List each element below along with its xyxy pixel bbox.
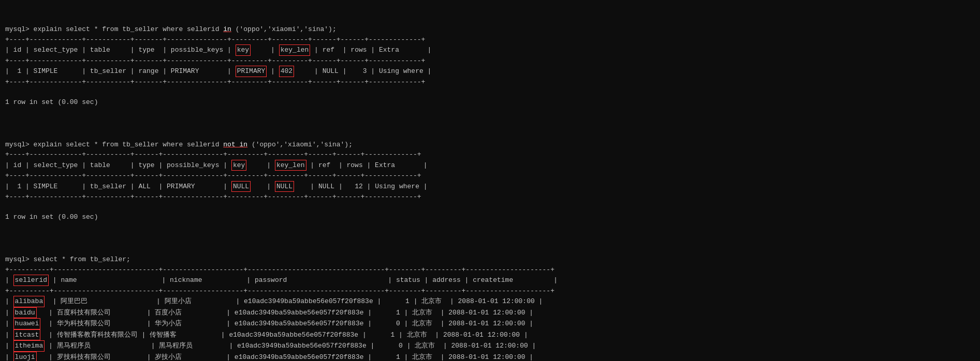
query3-text: mysql> select * from tb_seller; <box>5 255 130 263</box>
explain2-table-wrapper: +----+-------------+-----------+------+-… <box>5 149 975 202</box>
rowcount2: 1 row in set (0.00 sec) <box>5 213 98 221</box>
query3-section: mysql> select * from tb_seller; +-------… <box>5 245 975 362</box>
rowcount1: 1 row in set (0.00 sec) <box>5 98 98 106</box>
query2-section: mysql> explain select * from tb_seller w… <box>5 129 975 222</box>
terminal: mysql> explain select * from tb_seller w… <box>5 4 975 361</box>
query2-text: mysql> explain select * from tb_seller w… <box>5 141 353 148</box>
query1-section: mysql> explain select * from tb_seller w… <box>5 14 975 108</box>
seller-table-wrapper: +----------+--------------------------+-… <box>5 265 975 362</box>
explain1-table-wrapper: +----+-------------+-----------+-------+… <box>5 35 975 87</box>
query1-text: mysql> explain select * from tb_seller w… <box>5 25 337 33</box>
